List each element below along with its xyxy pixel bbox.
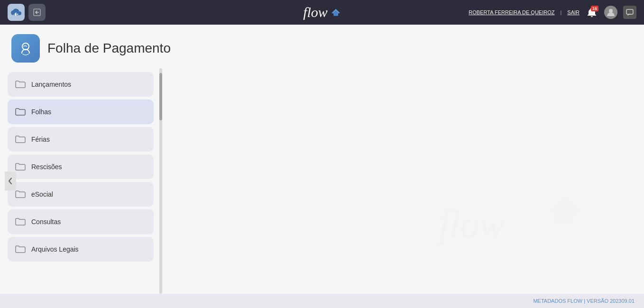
sidebar-item-label: Folhas bbox=[31, 108, 51, 116]
cloud-button[interactable]: ↑ bbox=[8, 4, 25, 21]
collapse-sidebar-button[interactable] bbox=[5, 172, 16, 190]
sidebar-item-label: Lançamentos bbox=[31, 81, 71, 88]
page-title: Folha de Pagamento bbox=[47, 41, 171, 56]
folder-icon bbox=[15, 108, 26, 116]
folder-icon bbox=[15, 190, 26, 199]
folder-icon bbox=[15, 80, 26, 89]
user-name-link[interactable]: ROBERTA FERREIRA DE QUEIROZ bbox=[469, 9, 554, 15]
folder-icon bbox=[15, 217, 26, 226]
chat-button[interactable] bbox=[623, 6, 636, 19]
header-right: ROBERTA FERREIRA DE QUEIROZ | SAIR 16 bbox=[469, 6, 636, 19]
sidebar: Lançamentos Folhas Férias Rescisões bbox=[0, 68, 161, 294]
notification-badge: 16 bbox=[591, 6, 598, 11]
page-header: Folha de Pagamento bbox=[0, 25, 644, 68]
sidebar-item-arquivos-legais[interactable]: Arquivos Legais bbox=[8, 237, 154, 262]
user-avatar[interactable] bbox=[604, 6, 617, 19]
svg-point-6 bbox=[22, 43, 29, 50]
header: ↑ flow ROBERTA FERREIRA DE QUEIROZ | SAI… bbox=[0, 0, 644, 25]
svg-point-4 bbox=[609, 9, 613, 13]
sidebar-item-label: Rescisões bbox=[31, 163, 62, 171]
exit-button[interactable] bbox=[28, 4, 46, 21]
page-icon bbox=[11, 34, 40, 63]
folder-icon bbox=[15, 135, 26, 144]
sidebar-item-consultas[interactable]: Consultas bbox=[8, 209, 154, 234]
svg-rect-5 bbox=[626, 9, 633, 14]
sidebar-item-label: eSocial bbox=[31, 190, 53, 198]
separator: | bbox=[560, 9, 561, 15]
sidebar-item-rescisoes[interactable]: Rescisões bbox=[8, 154, 154, 179]
sidebar-item-lancamentos[interactable]: Lançamentos bbox=[8, 72, 154, 97]
logo-text: flow bbox=[303, 4, 328, 20]
sidebar-item-folhas[interactable]: Folhas bbox=[8, 100, 154, 124]
svg-text:flow: flow bbox=[439, 203, 505, 245]
sidebar-item-label: Consultas bbox=[31, 218, 61, 226]
logout-link[interactable]: SAIR bbox=[567, 9, 580, 15]
folder-icon bbox=[15, 163, 26, 171]
sidebar-item-label: Férias bbox=[31, 136, 50, 143]
main-panel: flow bbox=[161, 68, 644, 294]
logo-area: flow bbox=[303, 4, 341, 20]
folder-icon bbox=[15, 245, 26, 254]
footer: METADADOS FLOW | VERSÃO 202309.01 bbox=[0, 294, 644, 308]
notifications-bell[interactable]: 16 bbox=[585, 6, 598, 19]
logo-icon bbox=[331, 7, 341, 18]
sidebar-item-label: Arquivos Legais bbox=[31, 245, 79, 253]
sidebar-item-esocial[interactable]: eSocial bbox=[8, 182, 154, 207]
svg-marker-8 bbox=[545, 195, 583, 226]
content-area: Lançamentos Folhas Férias Rescisões bbox=[0, 68, 644, 294]
footer-text: METADADOS FLOW | VERSÃO 202309.01 bbox=[533, 298, 635, 304]
svg-text:↑: ↑ bbox=[13, 13, 15, 17]
header-left: ↑ bbox=[8, 4, 46, 21]
main-content: Folha de Pagamento Lançamentos Folhas bbox=[0, 25, 644, 294]
sidebar-item-ferias[interactable]: Férias bbox=[8, 127, 154, 152]
watermark: flow bbox=[435, 178, 625, 275]
